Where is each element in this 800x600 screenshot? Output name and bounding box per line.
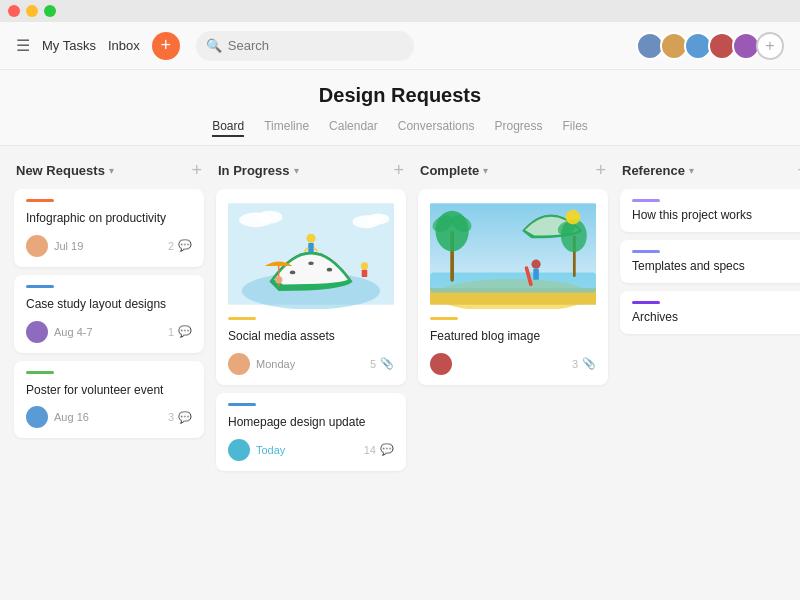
card-title-4: Social media assets: [228, 328, 394, 345]
card-date-4: Monday: [256, 358, 295, 370]
card-avatar-3: [26, 406, 48, 428]
card-avatar-4: [228, 353, 250, 375]
ref-card-archives[interactable]: Archives: [620, 291, 800, 334]
col-add-in-progress[interactable]: +: [393, 160, 404, 181]
traffic-light-yellow[interactable]: [26, 5, 38, 17]
search-input[interactable]: [228, 38, 404, 53]
page-header: Design Requests: [0, 70, 800, 113]
column-new-requests: New Requests ▾ + Infographic on producti…: [14, 160, 204, 574]
tab-calendar[interactable]: Calendar: [329, 119, 378, 137]
card-footer-2: Aug 4-7 1 💬: [26, 321, 192, 343]
card-social-media[interactable]: Social media assets Monday 5 📎: [216, 189, 406, 385]
svg-point-31: [566, 210, 581, 225]
comment-count-1: 2: [168, 240, 174, 252]
ref-title-3: Archives: [632, 310, 798, 324]
col-header-new-requests: New Requests ▾ +: [14, 160, 204, 181]
nav-my-tasks[interactable]: My Tasks: [42, 38, 96, 53]
comment-icon-5: 💬: [380, 443, 394, 456]
tab-board[interactable]: Board: [212, 119, 244, 137]
card-infographic[interactable]: Infographic on productivity Jul 19 2 💬: [14, 189, 204, 267]
ref-card-templates[interactable]: Templates and specs: [620, 240, 800, 283]
card-meta-6: 3 📎: [572, 357, 596, 370]
traffic-light-green[interactable]: [44, 5, 56, 17]
ref-card-how-works[interactable]: How this project works: [620, 189, 800, 232]
card-image-watermelon: [228, 199, 394, 309]
svg-rect-20: [430, 272, 596, 292]
col-add-complete[interactable]: +: [595, 160, 606, 181]
card-title-1: Infographic on productivity: [26, 210, 192, 227]
card-meta-4: 5 📎: [370, 357, 394, 370]
add-button[interactable]: +: [152, 32, 180, 60]
ref-title-2: Templates and specs: [632, 259, 798, 273]
card-date-5: Today: [256, 444, 285, 456]
card-avatar-1: [26, 235, 48, 257]
card-meta-3: 3 💬: [168, 411, 192, 424]
tab-progress[interactable]: Progress: [494, 119, 542, 137]
col-title-new-requests: New Requests: [16, 163, 105, 178]
col-add-new-requests[interactable]: +: [191, 160, 202, 181]
col-chevron-in-progress[interactable]: ▾: [294, 165, 299, 176]
card-user-2: Aug 4-7: [26, 321, 93, 343]
traffic-light-red[interactable]: [8, 5, 20, 17]
comment-icon-1: 💬: [178, 239, 192, 252]
ref-accent-1: [632, 199, 660, 202]
hamburger-icon[interactable]: ☰: [16, 36, 30, 55]
svg-point-2: [257, 211, 283, 224]
card-poster[interactable]: Poster for volunteer event Aug 16 3 💬: [14, 361, 204, 439]
card-accent-5: [228, 403, 256, 406]
card-date-1: Jul 19: [54, 240, 83, 252]
comment-count-3: 3: [168, 411, 174, 423]
comment-icon-2: 💬: [178, 325, 192, 338]
card-user-6: [430, 353, 458, 375]
col-title-complete: Complete: [420, 163, 479, 178]
search-icon: 🔍: [206, 38, 222, 53]
card-user-3: Aug 16: [26, 406, 89, 428]
card-avatar-5: [228, 439, 250, 461]
board: New Requests ▾ + Infographic on producti…: [0, 146, 800, 588]
svg-rect-16: [362, 270, 368, 277]
card-homepage[interactable]: Homepage design update Today 14 💬: [216, 393, 406, 471]
card-footer-1: Jul 19 2 💬: [26, 235, 192, 257]
column-in-progress: In Progress ▾ +: [216, 160, 406, 574]
col-header-complete: Complete ▾ +: [418, 160, 608, 181]
clip-icon-6: 📎: [582, 357, 596, 370]
card-meta-2: 1 💬: [168, 325, 192, 338]
page-title: Design Requests: [0, 84, 800, 107]
comment-icon-3: 💬: [178, 411, 192, 424]
col-header-reference: Reference ▾ +: [620, 160, 800, 181]
tab-timeline[interactable]: Timeline: [264, 119, 309, 137]
search-bar: 🔍: [196, 31, 414, 61]
comment-count-2: 1: [168, 326, 174, 338]
card-footer-5: Today 14 💬: [228, 439, 394, 461]
card-footer-4: Monday 5 📎: [228, 353, 394, 375]
card-accent-6: [430, 317, 458, 320]
svg-point-15: [361, 262, 368, 269]
col-chevron-reference[interactable]: ▾: [689, 165, 694, 176]
ref-accent-2: [632, 250, 660, 253]
card-case-study[interactable]: Case study layout designs Aug 4-7 1 💬: [14, 275, 204, 353]
col-chevron-complete[interactable]: ▾: [483, 165, 488, 176]
card-date-2: Aug 4-7: [54, 326, 93, 338]
card-footer-3: Aug 16 3 💬: [26, 406, 192, 428]
add-avatar-button[interactable]: +: [756, 32, 784, 60]
col-chevron-new-requests[interactable]: ▾: [109, 165, 114, 176]
nav-inbox[interactable]: Inbox: [108, 38, 140, 53]
card-avatar-2: [26, 321, 48, 343]
card-title-3: Poster for volunteer event: [26, 382, 192, 399]
card-date-3: Aug 16: [54, 411, 89, 423]
tab-conversations[interactable]: Conversations: [398, 119, 475, 137]
team-avatars: +: [636, 32, 784, 60]
column-reference: Reference ▾ + How this project works Tem…: [620, 160, 800, 574]
ref-accent-3: [632, 301, 660, 304]
card-accent-3: [26, 371, 54, 374]
card-featured-blog[interactable]: Featured blog image 3 📎: [418, 189, 608, 385]
svg-point-4: [367, 213, 389, 224]
card-avatar-6: [430, 353, 452, 375]
card-accent-1: [26, 199, 54, 202]
svg-rect-10: [308, 243, 314, 252]
comment-count-5: 14: [364, 444, 376, 456]
card-user-1: Jul 19: [26, 235, 83, 257]
card-title-2: Case study layout designs: [26, 296, 192, 313]
svg-point-29: [531, 260, 540, 269]
tab-files[interactable]: Files: [563, 119, 588, 137]
